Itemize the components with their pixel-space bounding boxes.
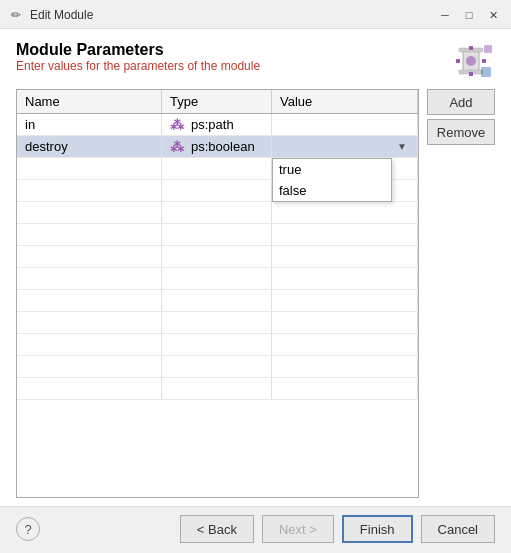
empty-cell [162, 268, 272, 289]
empty-row [17, 202, 418, 224]
empty-row [17, 268, 418, 290]
svg-rect-6 [456, 59, 460, 63]
empty-row [17, 290, 418, 312]
svg-rect-5 [469, 72, 473, 76]
side-buttons: Add Remove [427, 89, 495, 498]
footer: ? < Back Next > Finish Cancel [0, 506, 511, 553]
empty-cell [272, 290, 418, 311]
title-bar-controls: ─ □ ✕ [435, 6, 503, 24]
empty-cell [162, 290, 272, 311]
type-icon-in: ⁂ [170, 118, 184, 132]
option-false[interactable]: false [273, 180, 391, 201]
table-header: Name Type Value [17, 90, 418, 114]
empty-row [17, 378, 418, 400]
empty-row [17, 334, 418, 356]
empty-cell [162, 224, 272, 245]
dropdown-popup: true false [272, 158, 392, 202]
module-title: Module Parameters [16, 41, 260, 59]
empty-cell [162, 312, 272, 333]
empty-cell [17, 246, 162, 267]
empty-cell [162, 334, 272, 355]
empty-cell [272, 356, 418, 377]
title-bar: ✏ Edit Module ─ □ ✕ [0, 0, 511, 29]
subtitle: Enter values for the parameters of the m… [16, 59, 260, 73]
cancel-button[interactable]: Cancel [421, 515, 495, 543]
empty-cell [162, 246, 272, 267]
empty-row [17, 246, 418, 268]
empty-cell [17, 268, 162, 289]
next-button[interactable]: Next > [262, 515, 334, 543]
row-value-in [272, 114, 418, 135]
empty-cell [272, 246, 418, 267]
empty-cell [162, 158, 272, 179]
empty-cell [162, 356, 272, 377]
type-label-destroy: ps:boolean [191, 139, 255, 154]
add-button[interactable]: Add [427, 89, 495, 115]
table-body: in ⁂ ps:path destroy ⁂ ps:boolean [17, 114, 418, 495]
svg-rect-9 [484, 45, 492, 53]
empty-cell [17, 378, 162, 399]
parameters-table: Name Type Value in ⁂ ps:path [16, 89, 419, 498]
empty-cell [272, 378, 418, 399]
row-label-in: in [25, 117, 35, 132]
main-area: Name Type Value in ⁂ ps:path [16, 89, 495, 498]
col-value: Value [272, 90, 418, 113]
empty-cell [17, 312, 162, 333]
header-text: Module Parameters Enter values for the p… [16, 41, 260, 85]
back-button[interactable]: < Back [180, 515, 254, 543]
empty-cell [17, 158, 162, 179]
empty-cell [162, 202, 272, 223]
svg-rect-4 [469, 46, 473, 50]
close-button[interactable]: ✕ [483, 6, 503, 24]
title-bar-icon: ✏ [8, 7, 24, 23]
empty-cell [162, 180, 272, 201]
empty-cell [272, 334, 418, 355]
svg-point-1 [466, 56, 476, 66]
empty-cell [17, 290, 162, 311]
header-row: Module Parameters Enter values for the p… [16, 41, 495, 85]
empty-row [17, 356, 418, 378]
empty-cell [17, 202, 162, 223]
empty-cell [272, 224, 418, 245]
empty-row [17, 312, 418, 334]
type-icon-destroy: ⁂ [170, 140, 184, 154]
type-label-in: ps:path [191, 117, 234, 132]
row-type-destroy: ⁂ ps:boolean [162, 136, 272, 157]
svg-rect-8 [481, 67, 491, 77]
remove-button[interactable]: Remove [427, 119, 495, 145]
option-true[interactable]: true [273, 159, 391, 180]
title-bar-text: Edit Module [30, 8, 429, 22]
col-name: Name [17, 90, 162, 113]
empty-cell [272, 312, 418, 333]
table-row[interactable]: destroy ⁂ ps:boolean ▼ true false [17, 136, 418, 158]
empty-cell [17, 334, 162, 355]
row-value-destroy[interactable]: ▼ true false [272, 136, 418, 157]
row-label-destroy: destroy [25, 139, 68, 154]
row-type-in: ⁂ ps:path [162, 114, 272, 135]
row-name-destroy: destroy [17, 136, 162, 157]
help-button[interactable]: ? [16, 517, 40, 541]
svg-rect-7 [482, 59, 486, 63]
empty-cell [17, 224, 162, 245]
dialog-body: Module Parameters Enter values for the p… [0, 29, 511, 506]
table-row[interactable]: in ⁂ ps:path [17, 114, 418, 136]
empty-cell [17, 180, 162, 201]
empty-cell [272, 268, 418, 289]
empty-cell [17, 356, 162, 377]
finish-button[interactable]: Finish [342, 515, 413, 543]
minimize-button[interactable]: ─ [435, 6, 455, 24]
maximize-button[interactable]: □ [459, 6, 479, 24]
empty-row [17, 224, 418, 246]
dropdown-arrow-icon: ▼ [397, 141, 407, 152]
col-type: Type [162, 90, 272, 113]
row-name-in: in [17, 114, 162, 135]
empty-cell [272, 202, 418, 223]
module-icon [447, 41, 495, 81]
empty-cell [162, 378, 272, 399]
